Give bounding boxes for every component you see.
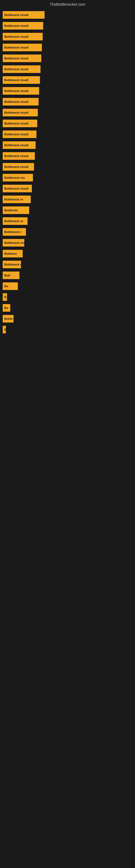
bottleneck-row: Bo <box>3 281 132 291</box>
bottleneck-row: Bottleneck re <box>3 194 132 205</box>
bottleneck-row: Bottenec <box>3 248 132 259</box>
bottleneck-result-label[interactable]: Bo <box>3 282 18 290</box>
bottleneck-row: Bottleneck result <box>3 64 132 74</box>
bottleneck-result-label[interactable]: Bottleneck result <box>3 11 45 19</box>
bottleneck-row: Bo <box>3 303 132 313</box>
bottleneck-row: Bottleneck result <box>3 53 132 63</box>
bottleneck-row: Bottleneck r <box>3 227 132 237</box>
bottleneck-result-label[interactable]: Bottleneck result <box>3 185 32 192</box>
bottleneck-row: Bottleneck result <box>3 151 132 161</box>
bottleneck-result-label[interactable]: Bottleneck result <box>3 152 35 160</box>
bottleneck-row: Bottleneck result <box>3 31 132 42</box>
bottleneck-row: Bottleneck result <box>3 183 132 194</box>
bottleneck-result-label[interactable]: Bottleneck result <box>3 65 41 73</box>
bottleneck-result-label[interactable]: Bottleneck result <box>3 44 42 51</box>
bottleneck-result-label[interactable]: Bottleneck result <box>3 22 43 30</box>
bottleneck-row: Bottleneck result <box>3 21 132 31</box>
bottleneck-result-label[interactable]: Bottleneck result <box>3 130 37 138</box>
bottleneck-row <box>3 379 132 389</box>
bottleneck-row <box>3 357 132 367</box>
bottleneck-row: Bottle <box>3 314 132 324</box>
bottleneck-row: Bottleneck result <box>3 97 132 107</box>
bottleneck-row: Bottleneck resu <box>3 238 132 248</box>
bottleneck-row <box>3 368 132 378</box>
bottleneck-row: Bottleneck result <box>3 118 132 129</box>
bottleneck-row: B <box>3 292 132 302</box>
bottleneck-result-label[interactable]: Bottleneck result <box>3 163 34 170</box>
bottleneck-result-label[interactable]: Bottleneck result <box>3 33 43 40</box>
bottleneck-result-label[interactable]: Bottleneck result <box>3 55 41 62</box>
bottleneck-row: Bottleneck result <box>3 86 132 96</box>
bottleneck-result-label[interactable]: Bottleneck re <box>3 217 28 225</box>
bottleneck-result-label[interactable]: Bottleneck resu <box>3 239 24 247</box>
bottleneck-result-label[interactable]: Bo <box>3 304 10 312</box>
bottleneck-row: Bottleneck result <box>3 42 132 53</box>
bottleneck-row: Bottleneck result <box>3 140 132 150</box>
bottleneck-row: B <box>3 324 132 335</box>
bottleneck-row: Bottleneck re <box>3 216 132 226</box>
bottleneck-result-label[interactable]: Bottleneck result <box>3 109 38 116</box>
bottleneck-result-label[interactable]: Bottleneck r <box>3 228 26 236</box>
bottleneck-result-label[interactable]: Bottlenec <box>3 207 29 214</box>
site-title: TheBottlenecker.com <box>50 2 85 6</box>
bottleneck-row <box>3 390 132 400</box>
bottleneck-row <box>3 346 132 356</box>
bottleneck-result-label[interactable]: B <box>3 326 6 333</box>
bottleneck-row <box>3 335 132 346</box>
bottleneck-row: Bottlenec <box>3 205 132 215</box>
header: TheBottlenecker.com <box>0 0 135 10</box>
bottleneck-result-label[interactable]: Bottleneck result <box>3 120 37 127</box>
bottleneck-result-label[interactable]: Bottleneck result <box>3 98 39 105</box>
bottleneck-result-label[interactable]: Bottleneck result <box>3 76 40 84</box>
bottleneck-row: Bottleneck r <box>3 259 132 270</box>
bottleneck-row: Bottleneck res <box>3 173 132 183</box>
bottleneck-result-label[interactable]: Bottenec <box>3 250 23 257</box>
bottleneck-row: Bottleneck result <box>3 10 132 20</box>
bottleneck-result-label[interactable]: Bottleneck re <box>3 195 31 203</box>
bottleneck-row: Bottleneck result <box>3 129 132 140</box>
main-container: Bottleneck resultBottleneck resultBottle… <box>0 10 135 563</box>
bottleneck-result-label[interactable]: Bottleneck result <box>3 87 39 95</box>
bottleneck-result-label[interactable]: Bottleneck result <box>3 141 36 149</box>
bottleneck-result-label[interactable]: B <box>3 293 7 301</box>
bottleneck-row: Bottleneck result <box>3 162 132 172</box>
bottleneck-result-label[interactable]: Bottleneck res <box>3 174 33 182</box>
bottom-spacer <box>3 400 132 563</box>
bottleneck-result-label[interactable]: Bottleneck r <box>3 261 21 268</box>
bottleneck-row: Bott <box>3 270 132 280</box>
bottleneck-row: Bottleneck result <box>3 107 132 118</box>
bottleneck-result-label[interactable]: Bottle <box>3 315 13 322</box>
bottleneck-row: Bottleneck result <box>3 75 132 85</box>
bottleneck-result-label[interactable]: Bott <box>3 272 19 279</box>
